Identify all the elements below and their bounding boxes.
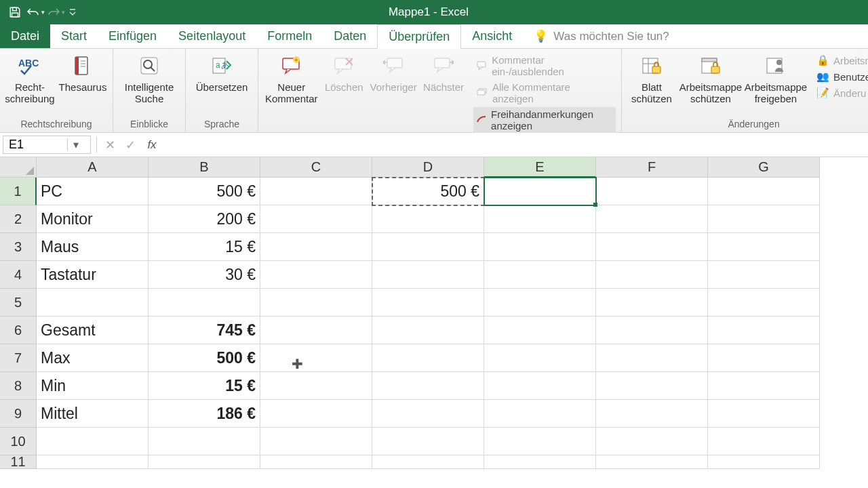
cell-C6[interactable] xyxy=(260,317,372,344)
tab-review[interactable]: Überprüfen xyxy=(377,24,461,49)
cell-C10[interactable] xyxy=(260,428,372,455)
col-header-A[interactable]: A xyxy=(37,157,149,178)
row-header-8[interactable]: 8 xyxy=(0,372,37,400)
tab-home[interactable]: Start xyxy=(50,24,98,48)
tell-me-search[interactable]: 💡 Was möchten Sie tun? xyxy=(523,24,679,48)
cell-C9[interactable] xyxy=(260,400,372,428)
new-comment-button[interactable]: + Neuer Kommentar xyxy=(265,52,318,105)
cell-E2[interactable] xyxy=(484,205,596,233)
cell-D5[interactable] xyxy=(372,289,484,317)
cell-G9[interactable] xyxy=(708,400,820,428)
cell-E6[interactable] xyxy=(484,317,596,344)
row-header-2[interactable]: 2 xyxy=(0,205,37,233)
name-box[interactable]: ▾ xyxy=(3,136,91,154)
cell-B11[interactable] xyxy=(149,455,260,469)
cell-G5[interactable] xyxy=(708,289,820,317)
cell-C7[interactable] xyxy=(260,344,372,372)
name-box-input[interactable] xyxy=(3,138,67,152)
spelling-button[interactable]: ABC Recht- schreibung xyxy=(7,52,53,105)
cell-E9[interactable] xyxy=(484,400,596,428)
cell-A6[interactable]: Gesamt xyxy=(37,317,149,344)
row-header-9[interactable]: 9 xyxy=(0,400,37,428)
cell-A3[interactable]: Maus xyxy=(37,233,149,261)
cell-C2[interactable] xyxy=(260,205,372,233)
cell-B6[interactable]: 745 € xyxy=(149,317,260,344)
cell-G3[interactable] xyxy=(708,233,820,261)
col-header-G[interactable]: G xyxy=(708,157,820,178)
cell-E11[interactable] xyxy=(484,455,596,469)
col-header-C[interactable]: C xyxy=(260,157,372,178)
cell-G4[interactable] xyxy=(708,261,820,289)
tab-view[interactable]: Ansicht xyxy=(461,24,523,48)
cell-D10[interactable] xyxy=(372,428,484,455)
undo-icon[interactable]: ▾ xyxy=(26,3,45,22)
cell-D11[interactable] xyxy=(372,455,484,469)
cell-F2[interactable] xyxy=(596,205,708,233)
cell-E4[interactable] xyxy=(484,261,596,289)
show-all-comments-button[interactable]: Alle Kommentare anzeigen xyxy=(473,80,616,106)
share-workbook-button[interactable]: Arbeitsmappe freigeben xyxy=(747,52,805,105)
row-header-7[interactable]: 7 xyxy=(0,344,37,372)
cell-G8[interactable] xyxy=(708,372,820,400)
cell-A4[interactable]: Tastatur xyxy=(37,261,149,289)
translate-button[interactable]: aあ Übersetzen xyxy=(193,52,251,93)
cell-F4[interactable] xyxy=(596,261,708,289)
cell-F3[interactable] xyxy=(596,233,708,261)
cell-E5[interactable] xyxy=(484,289,596,317)
cell-G7[interactable] xyxy=(708,344,820,372)
cell-G1[interactable] xyxy=(708,178,820,205)
cell-F7[interactable] xyxy=(596,344,708,372)
cell-A10[interactable] xyxy=(37,428,149,455)
cell-F11[interactable] xyxy=(596,455,708,469)
cell-A9[interactable]: Mittel xyxy=(37,400,149,428)
cell-A5[interactable] xyxy=(37,289,149,317)
tab-data[interactable]: Daten xyxy=(323,24,377,48)
select-all-corner[interactable] xyxy=(0,157,37,178)
col-header-F[interactable]: F xyxy=(596,157,708,178)
cell-D6[interactable] xyxy=(372,317,484,344)
smart-lookup-button[interactable]: Intelligente Suche xyxy=(120,52,178,105)
tab-page-layout[interactable]: Seitenlayout xyxy=(167,24,256,48)
cell-B3[interactable]: 15 € xyxy=(149,233,260,261)
formula-input[interactable] xyxy=(163,133,868,157)
cell-E8[interactable] xyxy=(484,372,596,400)
cell-G11[interactable] xyxy=(708,455,820,469)
cell-E1[interactable] xyxy=(484,178,596,205)
cell-A7[interactable]: Max xyxy=(37,344,149,372)
cell-A1[interactable]: PC xyxy=(37,178,149,205)
cell-B2[interactable]: 200 € xyxy=(149,205,260,233)
tab-insert[interactable]: Einfügen xyxy=(98,24,167,48)
cell-B5[interactable] xyxy=(149,289,260,317)
cell-B9[interactable]: 186 € xyxy=(149,400,260,428)
cell-G6[interactable] xyxy=(708,317,820,344)
col-header-D[interactable]: D xyxy=(372,157,484,178)
cell-C1[interactable] xyxy=(260,178,372,205)
cell-B1[interactable]: 500 € xyxy=(149,178,260,205)
col-header-E[interactable]: E xyxy=(484,157,596,178)
tab-formulas[interactable]: Formeln xyxy=(256,24,323,48)
cell-D1[interactable]: 500 € xyxy=(372,178,484,205)
row-header-6[interactable]: 6 xyxy=(0,317,37,344)
cell-C8[interactable] xyxy=(260,372,372,400)
cell-D4[interactable] xyxy=(372,261,484,289)
cell-F5[interactable] xyxy=(596,289,708,317)
row-header-11[interactable]: 11 xyxy=(0,455,37,469)
cell-E10[interactable] xyxy=(484,428,596,455)
cell-C11[interactable] xyxy=(260,455,372,469)
cell-F9[interactable] xyxy=(596,400,708,428)
cell-B10[interactable] xyxy=(149,428,260,455)
cell-E7[interactable] xyxy=(484,344,596,372)
track-changes-button[interactable]: 📝 Änderu xyxy=(814,85,868,100)
cell-B4[interactable]: 30 € xyxy=(149,261,260,289)
save-icon[interactable] xyxy=(5,3,24,22)
thesaurus-button[interactable]: Thesaurus xyxy=(60,52,106,93)
row-header-4[interactable]: 4 xyxy=(0,261,37,289)
cell-B7[interactable]: 500 € xyxy=(149,344,260,372)
cell-A11[interactable] xyxy=(37,455,149,469)
cell-F10[interactable] xyxy=(596,428,708,455)
cell-D9[interactable] xyxy=(372,400,484,428)
fx-icon[interactable]: fx xyxy=(140,133,163,157)
row-header-10[interactable]: 10 xyxy=(0,428,37,455)
cell-C5[interactable] xyxy=(260,289,372,317)
allow-users-button[interactable]: 👥 Benutze xyxy=(814,69,868,84)
